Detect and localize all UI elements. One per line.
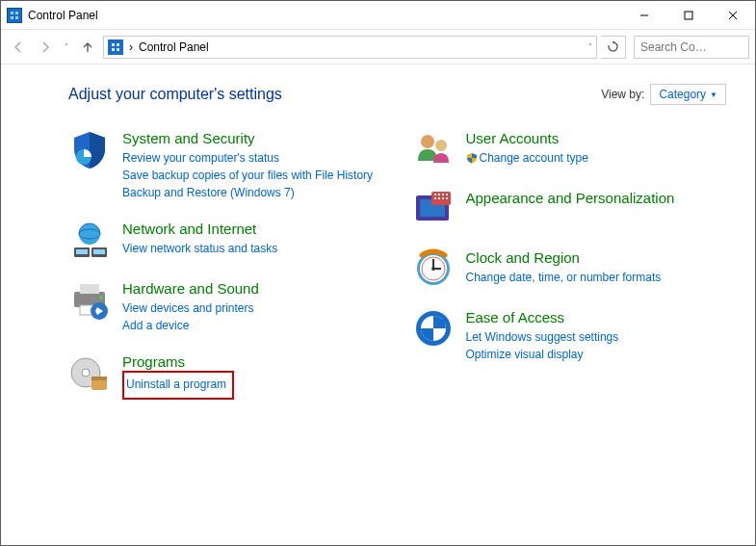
svg-rect-9 xyxy=(117,43,119,46)
category-link[interactable]: Change account type xyxy=(466,149,588,167)
category-title[interactable]: Clock and Region xyxy=(466,249,662,267)
category-programs: Programs Uninstall a program xyxy=(68,351,383,400)
svg-rect-40 xyxy=(446,197,448,199)
svg-rect-20 xyxy=(80,284,99,294)
left-column: System and Security Review your computer… xyxy=(68,128,383,417)
search-input[interactable]: Search Co… xyxy=(634,36,749,59)
svg-rect-16 xyxy=(76,249,88,254)
category-hardware-sound: Hardware and Sound View devices and prin… xyxy=(68,278,383,334)
category-title[interactable]: System and Security xyxy=(122,130,373,147)
svg-rect-10 xyxy=(112,48,115,51)
network-icon[interactable] xyxy=(68,219,111,261)
category-title[interactable]: Programs xyxy=(122,353,234,371)
breadcrumb-item[interactable]: Control Panel xyxy=(139,40,209,54)
category-link[interactable]: View devices and printers xyxy=(122,299,259,317)
svg-point-25 xyxy=(82,369,90,377)
titlebar: Control Panel xyxy=(1,1,755,30)
category-title[interactable]: Hardware and Sound xyxy=(122,280,259,298)
svg-rect-8 xyxy=(112,43,115,46)
svg-rect-27 xyxy=(91,377,107,380)
appearance-icon[interactable] xyxy=(412,188,455,230)
svg-point-46 xyxy=(431,267,435,271)
category-network-internet: Network and Internet View network status… xyxy=(68,219,383,261)
svg-rect-18 xyxy=(93,249,105,254)
close-button[interactable] xyxy=(711,1,755,30)
svg-rect-37 xyxy=(434,197,436,199)
svg-rect-0 xyxy=(11,12,13,14)
category-user-accounts: User Accounts Change account type xyxy=(412,128,727,170)
category-columns: System and Security Review your computer… xyxy=(68,128,726,417)
chevron-down-icon: ▼ xyxy=(710,91,717,99)
shield-icon[interactable] xyxy=(68,128,111,170)
search-placeholder: Search Co… xyxy=(640,40,707,54)
uac-shield-icon xyxy=(466,152,478,164)
clock-icon[interactable] xyxy=(412,247,455,290)
navbar: ˅ › Control Panel ˅ Search Co… xyxy=(1,30,755,65)
page-title: Adjust your computer's settings xyxy=(68,86,282,103)
svg-point-22 xyxy=(99,296,103,299)
svg-rect-38 xyxy=(438,197,440,199)
programs-icon[interactable] xyxy=(68,351,111,394)
ease-of-access-icon[interactable] xyxy=(412,307,455,350)
right-column: User Accounts Change account type Appear… xyxy=(412,128,727,417)
category-link[interactable]: Add a device xyxy=(122,317,259,334)
category-system-security: System and Security Review your computer… xyxy=(68,128,383,201)
category-ease-of-access: Ease of Access Let Windows suggest setti… xyxy=(412,307,727,363)
category-appearance: Appearance and Personalization xyxy=(412,188,727,230)
svg-rect-36 xyxy=(446,194,448,195)
breadcrumb-icon xyxy=(108,39,123,55)
svg-rect-11 xyxy=(117,48,119,51)
address-dropdown-icon[interactable]: ˅ xyxy=(588,42,592,51)
address-bar[interactable]: › Control Panel ˅ xyxy=(103,36,597,59)
category-title[interactable]: Appearance and Personalization xyxy=(466,190,675,207)
category-title[interactable]: Ease of Access xyxy=(466,309,619,326)
category-title[interactable]: User Accounts xyxy=(466,130,588,147)
control-panel-window: Control Panel ˅ › Control Panel xyxy=(0,0,756,546)
svg-rect-34 xyxy=(438,194,440,195)
category-link[interactable]: Change date, time, or number formats xyxy=(466,269,662,286)
svg-rect-5 xyxy=(685,12,692,19)
svg-rect-39 xyxy=(442,197,444,199)
svg-point-29 xyxy=(435,140,447,151)
svg-rect-33 xyxy=(434,194,436,195)
svg-rect-3 xyxy=(15,16,18,19)
view-by-label: View by: xyxy=(601,88,644,101)
refresh-button[interactable] xyxy=(601,36,626,59)
view-by-value: Category xyxy=(659,88,706,101)
minimize-button[interactable] xyxy=(622,1,666,30)
users-icon[interactable] xyxy=(412,128,455,170)
forward-button[interactable] xyxy=(34,36,57,59)
highlight-box: Uninstall a program xyxy=(122,371,234,400)
control-panel-icon xyxy=(7,8,22,23)
category-link[interactable]: Optimize visual display xyxy=(466,346,619,363)
svg-point-28 xyxy=(421,135,434,148)
svg-rect-35 xyxy=(442,194,444,195)
up-button[interactable] xyxy=(76,36,99,59)
window-title: Control Panel xyxy=(28,9,98,22)
content-header: Adjust your computer's settings View by:… xyxy=(68,84,726,105)
uninstall-program-link[interactable]: Uninstall a program xyxy=(126,377,226,391)
svg-rect-1 xyxy=(15,12,18,14)
category-clock-region: Clock and Region Change date, time, or n… xyxy=(412,247,727,290)
maximize-button[interactable] xyxy=(666,1,711,30)
category-link[interactable]: Save backup copies of your files with Fi… xyxy=(122,167,373,184)
category-link[interactable]: Review your computer's status xyxy=(122,149,373,167)
content-area: Adjust your computer's settings View by:… xyxy=(1,65,755,545)
category-title[interactable]: Network and Internet xyxy=(122,221,277,238)
view-by-dropdown[interactable]: Category ▼ xyxy=(650,84,726,105)
category-link[interactable]: View network status and tasks xyxy=(122,240,277,257)
recent-locations-button[interactable]: ˅ xyxy=(61,36,72,59)
printer-icon[interactable] xyxy=(68,278,111,321)
category-link[interactable]: Let Windows suggest settings xyxy=(466,328,619,346)
breadcrumb-sep: › xyxy=(129,40,133,54)
category-link[interactable]: Backup and Restore (Windows 7) xyxy=(122,184,373,201)
svg-rect-2 xyxy=(11,16,13,19)
back-button[interactable] xyxy=(7,36,30,59)
